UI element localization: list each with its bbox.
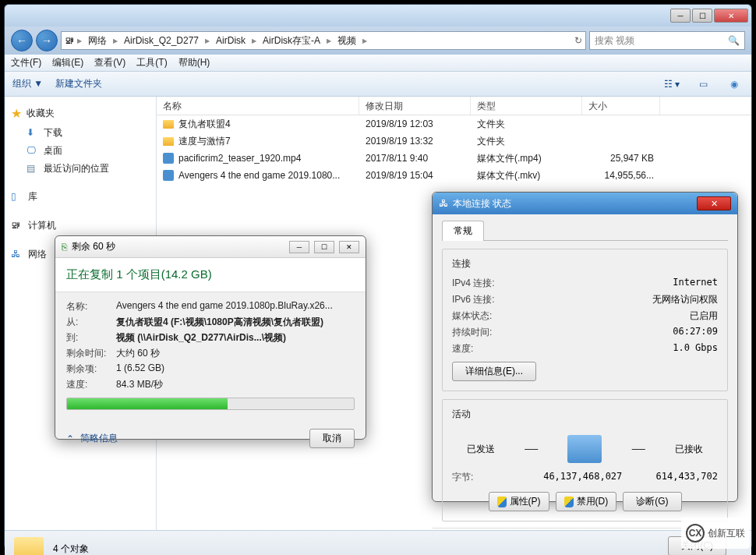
network-activity-icon [567,435,602,463]
details-toggle[interactable]: 简略信息 [80,432,118,445]
network-icon: 🖧 [439,198,448,209]
sidebar-computer[interactable]: 🖳计算机 [5,216,156,235]
sidebar-desktop[interactable]: 🖵桌面 [5,142,156,160]
minimize-button[interactable]: ─ [670,9,691,23]
shield-icon [564,497,574,507]
cancel-button[interactable]: 取消 [309,429,355,448]
close-button[interactable]: ✕ [339,241,359,253]
desktop-icon: 🖵 [26,145,39,157]
list-header: 名称 修改日期 类型 大小 [157,97,751,115]
watermark: CX 创新互联 [681,518,750,549]
col-date[interactable]: 修改日期 [359,97,471,115]
copy-header: 正在复制 1 个项目(14.2 GB) [55,258,366,292]
file-row[interactable]: pacificrim2_teaser_1920.mp42017/8/11 9:4… [157,150,751,167]
bc-item[interactable]: 网络 [85,33,110,49]
menu-help[interactable]: 帮助(H) [178,56,210,69]
titlebar[interactable]: ─ ☐ ✕ [5,5,751,27]
new-folder-button[interactable]: 新建文件夹 [55,77,102,90]
tab-general[interactable]: 常规 [442,221,484,241]
computer-icon: 🖳 [11,220,23,232]
col-type[interactable]: 类型 [471,97,582,115]
logo-icon: CX [686,524,705,543]
breadcrumb[interactable]: 🖳▶ 网络▶ AirDisk_Q2_D277▶ AirDisk▶ AirDisk… [61,31,586,50]
sidebar-libraries[interactable]: ▯库 [5,187,156,207]
help-icon[interactable]: ◉ [725,76,744,92]
close-button[interactable]: ✕ [714,9,748,23]
shield-icon [497,497,507,507]
bc-item[interactable]: AirDisk_Q2_D277 [121,34,202,48]
sidebar-downloads[interactable]: ⬇下载 [5,124,156,142]
file-row[interactable]: 复仇者联盟42019/8/19 12:03文件夹 [157,115,751,133]
navbar: ← → 🖳▶ 网络▶ AirDisk_Q2_D277▶ AirDisk▶ Air… [5,27,751,55]
menu-view[interactable]: 查看(V) [94,56,125,69]
library-icon: ▯ [11,191,23,203]
refresh-icon[interactable]: ↻ [574,35,582,46]
details-button[interactable]: 详细信息(E)... [452,362,536,381]
recent-icon: ▤ [26,163,39,175]
forward-button[interactable]: → [36,30,58,51]
copy-icon: ⎘ [62,242,67,253]
folder-icon [14,537,44,556]
organize-button[interactable]: 组织 ▼ [12,77,43,90]
maximize-button[interactable]: ☐ [314,241,334,253]
status-titlebar[interactable]: 🖧 本地连接 状态 ✕ [433,193,737,214]
close-button[interactable]: ✕ [697,196,731,210]
file-row[interactable]: Avengers 4 the end game 2019.1080...2019… [157,167,751,184]
download-icon: ⬇ [26,127,39,140]
menu-file[interactable]: 文件(F) [11,56,41,69]
computer-icon: 🖳 [65,35,74,46]
video-file-icon [163,170,174,181]
back-button[interactable]: ← [11,30,33,51]
properties-button[interactable]: 属性(P) [489,492,549,511]
network-icon: 🖧 [11,249,23,261]
status-title: 本地连接 状态 [453,197,511,210]
search-input[interactable]: 搜索 视频 🔍 [589,31,745,50]
disable-button[interactable]: 禁用(D) [556,492,617,511]
progress-bar [66,398,355,410]
diagnose-button[interactable]: 诊断(G) [623,492,681,511]
menu-tools[interactable]: 工具(T) [136,56,167,69]
sidebar-recent[interactable]: ▤最近访问的位置 [5,160,156,178]
status-text: 4 个对象 [53,543,89,555]
bc-item[interactable]: AirDisk存宝-A [260,33,323,49]
network-status-dialog: 🖧 本地连接 状态 ✕ 常规 连接 IPv4 连接:Internet IPv6 … [432,192,738,502]
star-icon: ★ [11,106,22,121]
copy-title: 剩余 60 秒 [72,240,115,253]
col-size[interactable]: 大小 [582,97,660,115]
search-placeholder: 搜索 视频 [595,34,634,48]
folder-icon [163,120,174,129]
bc-item[interactable]: AirDisk [213,34,249,48]
bc-item[interactable]: 视频 [334,33,359,49]
file-row[interactable]: 速度与激情72019/8/19 13:32文件夹 [157,133,751,150]
menubar: 文件(F) 编辑(E) 查看(V) 工具(T) 帮助(H) [5,55,751,72]
chevron-up-icon[interactable]: ⌃ [66,433,74,444]
copy-titlebar[interactable]: ⎘ 剩余 60 秒 ─ ☐ ✕ [55,236,366,258]
preview-pane-button[interactable]: ▭ [694,76,712,92]
folder-icon [163,137,174,146]
video-file-icon [163,153,174,164]
maximize-button[interactable]: ☐ [692,9,712,23]
copy-dialog: ⎘ 剩余 60 秒 ─ ☐ ✕ 正在复制 1 个项目(14.2 GB) 名称:A… [55,235,366,440]
col-name[interactable]: 名称 [157,97,359,115]
sidebar-favorites[interactable]: ★收藏夹 [5,103,156,124]
search-icon[interactable]: 🔍 [728,35,740,46]
menu-edit[interactable]: 编辑(E) [52,56,83,69]
minimize-button[interactable]: ─ [289,241,309,253]
toolbar: 组织 ▼ 新建文件夹 ☷ ▾ ▭ ◉ [5,72,751,97]
view-mode-button[interactable]: ☷ ▾ [662,76,681,92]
